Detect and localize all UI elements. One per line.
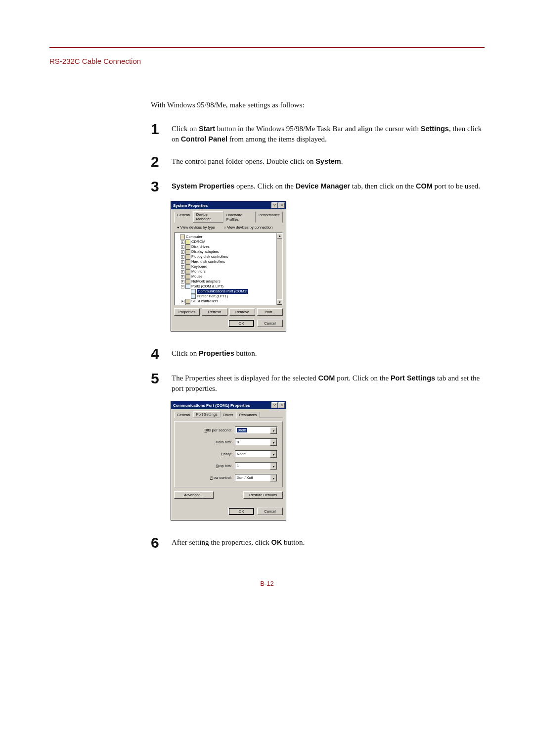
tab-performance[interactable]: Performance bbox=[256, 212, 283, 223]
expand-icon[interactable]: + bbox=[181, 300, 184, 303]
expand-icon[interactable]: + bbox=[181, 260, 184, 264]
tab-resources[interactable]: Resources bbox=[236, 412, 260, 418]
tab-driver[interactable]: Driver bbox=[221, 412, 236, 418]
help-button[interactable]: ? bbox=[271, 202, 278, 208]
tab-port-settings[interactable]: Port Settings bbox=[193, 411, 221, 418]
scroll-down-icon[interactable]: ▾ bbox=[277, 299, 282, 305]
port-setting-row: Bits per second:9600▾ bbox=[179, 426, 277, 433]
dropdown-icon[interactable]: ▾ bbox=[270, 427, 277, 434]
tree-item-label: Monitors bbox=[191, 269, 206, 274]
field-combo[interactable]: None▾ bbox=[235, 450, 277, 457]
step-number: 3 bbox=[151, 179, 172, 194]
properties-button[interactable]: Properties bbox=[174, 308, 200, 316]
step-6: 6 After setting the properties, click OK… bbox=[151, 537, 482, 550]
device-icon bbox=[185, 259, 190, 264]
field-combo[interactable]: Xon / Xoff▾ bbox=[235, 474, 277, 481]
device-icon bbox=[185, 279, 190, 284]
scrollbar[interactable]: ▴ ▾ bbox=[276, 233, 282, 305]
expand-icon[interactable]: + bbox=[181, 240, 184, 244]
view-by-connection-radio[interactable]: View devices by connection bbox=[224, 225, 273, 230]
field-combo[interactable]: 9600▾ bbox=[235, 426, 277, 433]
dropdown-icon[interactable]: ▾ bbox=[270, 451, 277, 458]
tree-item[interactable]: −Ports (COM & LPT) bbox=[176, 284, 282, 289]
tab-hardware-profiles[interactable]: Hardware Profiles bbox=[223, 212, 256, 223]
dialog-tabs: General Device Manager Hardware Profiles… bbox=[174, 211, 283, 223]
tree-item[interactable]: +Mouse bbox=[176, 274, 282, 279]
tree-item[interactable]: +Disk drives bbox=[176, 244, 282, 249]
remove-button[interactable]: Remove bbox=[229, 308, 255, 316]
print-button[interactable]: Print... bbox=[257, 308, 283, 316]
view-by-type-radio[interactable]: View devices by type bbox=[177, 225, 215, 230]
expand-icon[interactable]: + bbox=[181, 245, 184, 249]
ok-button[interactable]: OK bbox=[228, 320, 254, 327]
tab-general[interactable]: General bbox=[174, 412, 193, 418]
step-text: System Properties opens. Click on the De… bbox=[172, 181, 482, 191]
device-icon bbox=[185, 274, 190, 279]
tab-general[interactable]: General bbox=[174, 212, 193, 223]
expand-icon[interactable]: − bbox=[181, 285, 184, 288]
cancel-button[interactable]: Cancel bbox=[257, 320, 283, 327]
advanced-button[interactable]: Advanced... bbox=[174, 491, 214, 499]
device-icon bbox=[185, 249, 190, 254]
close-button[interactable]: × bbox=[278, 202, 285, 208]
port-setting-row: Data bits:8▾ bbox=[179, 438, 277, 445]
expand-icon[interactable]: + bbox=[181, 265, 184, 269]
expand-icon[interactable]: + bbox=[181, 255, 184, 259]
expand-icon[interactable]: + bbox=[181, 270, 184, 274]
ok-button[interactable]: OK bbox=[228, 508, 254, 515]
tree-item-label: Network adapters bbox=[191, 279, 221, 284]
device-tree[interactable]: Computer+CDROM+Disk drives+Display adapt… bbox=[174, 233, 283, 305]
expand-icon[interactable]: + bbox=[181, 250, 184, 254]
step-number: 2 bbox=[151, 154, 172, 169]
step-number: 6 bbox=[151, 535, 172, 550]
tab-device-manager[interactable]: Device Manager bbox=[193, 211, 223, 222]
field-label: Data bits: bbox=[193, 440, 232, 444]
page-number: B-12 bbox=[49, 580, 485, 587]
dropdown-icon[interactable]: ▾ bbox=[270, 439, 277, 446]
refresh-button[interactable]: Refresh bbox=[202, 308, 227, 316]
field-combo[interactable]: 1▾ bbox=[235, 462, 277, 469]
tree-item[interactable]: +Keyboard bbox=[176, 264, 282, 269]
device-icon bbox=[191, 289, 196, 294]
device-icon bbox=[185, 304, 190, 305]
dropdown-icon[interactable]: ▾ bbox=[270, 474, 277, 481]
tree-item-label: Mouse bbox=[191, 274, 203, 279]
dropdown-icon[interactable]: ▾ bbox=[270, 463, 277, 470]
port-setting-row: Flow control:Xon / Xoff▾ bbox=[179, 474, 277, 481]
tree-item-label: Hard disk controllers bbox=[191, 259, 225, 264]
restore-defaults-button[interactable]: Restore Defaults bbox=[243, 491, 283, 499]
cancel-button[interactable]: Cancel bbox=[257, 508, 283, 515]
dialog-title: Communications Port (COM1) Properties bbox=[173, 403, 250, 408]
tree-item[interactable]: +Floppy disk controllers bbox=[176, 254, 282, 259]
expand-icon[interactable]: + bbox=[181, 275, 184, 279]
tree-item-label: Display adapters bbox=[191, 249, 219, 254]
tree-item[interactable]: Communications Port (COM1) bbox=[176, 289, 282, 294]
tree-item[interactable]: +Hard disk controllers bbox=[176, 259, 282, 264]
device-icon bbox=[180, 235, 185, 239]
tree-item-label: Ports (COM & LPT) bbox=[191, 284, 223, 289]
device-icon bbox=[185, 254, 190, 259]
device-icon bbox=[191, 294, 196, 299]
tree-item[interactable]: +SCSI controllers bbox=[176, 299, 282, 304]
device-icon bbox=[185, 264, 190, 269]
expand-icon[interactable]: + bbox=[181, 305, 184, 306]
close-button[interactable]: × bbox=[278, 402, 285, 408]
dialog-title: System Properties bbox=[173, 203, 208, 208]
tree-item[interactable]: Computer bbox=[176, 235, 282, 239]
tree-item-label: Floppy disk controllers bbox=[191, 254, 228, 259]
scroll-up-icon[interactable]: ▴ bbox=[277, 233, 282, 238]
help-button[interactable]: ? bbox=[271, 402, 278, 408]
field-value: 9600 bbox=[237, 428, 247, 432]
step-1: 1 Click on Start button in the Windows 9… bbox=[151, 124, 482, 144]
tree-item[interactable]: Printer Port (LPT1) bbox=[176, 294, 282, 299]
step-text: After setting the properties, click OK b… bbox=[172, 537, 482, 548]
tree-item[interactable]: +Sound, video and game controllers bbox=[176, 304, 282, 305]
expand-icon[interactable]: + bbox=[181, 280, 184, 284]
tree-item-label: Communications Port (COM1) bbox=[197, 289, 248, 294]
tree-item[interactable]: +Network adapters bbox=[176, 279, 282, 284]
tree-item[interactable]: +Display adapters bbox=[176, 249, 282, 254]
tree-item[interactable]: +CDROM bbox=[176, 239, 282, 244]
field-combo[interactable]: 8▾ bbox=[235, 438, 277, 445]
tree-item[interactable]: +Monitors bbox=[176, 269, 282, 274]
step-2: 2 The control panel folder opens. Double… bbox=[151, 156, 482, 169]
